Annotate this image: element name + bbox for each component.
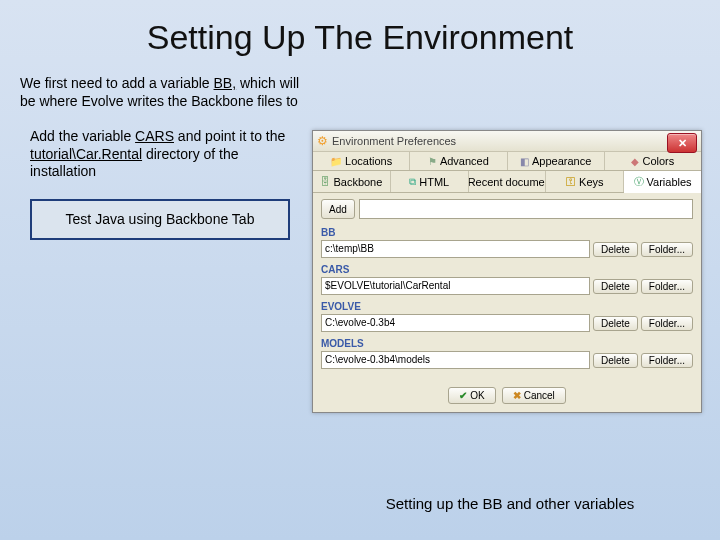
html-icon: ⧉ <box>409 176 416 188</box>
slide-title: Setting Up The Environment <box>0 18 720 57</box>
tab-keys[interactable]: ⚿Keys <box>546 171 624 192</box>
variable-value[interactable]: $EVOLVE\tutorial\CarRental <box>321 277 590 295</box>
tab-locations[interactable]: 📁Locations <box>313 152 410 170</box>
add-button[interactable]: Add <box>321 199 355 219</box>
dialog-title: Environment Preferences <box>332 135 456 147</box>
variable-row-models: MODELS C:\evolve-0.3b4\models Delete Fol… <box>321 338 693 369</box>
delete-button[interactable]: Delete <box>593 353 638 368</box>
paragraph-2: Add the variable CARS and point it to th… <box>20 128 300 181</box>
backbone-icon: 🗄 <box>320 176 330 187</box>
dialog-footer: ✔OK ✖Cancel <box>313 381 701 412</box>
folder-icon: 📁 <box>330 156 342 167</box>
cancel-button[interactable]: ✖Cancel <box>502 387 566 404</box>
gear-icon: ⚙ <box>317 134 328 148</box>
delete-button[interactable]: Delete <box>593 279 638 294</box>
variable-value[interactable]: c:\temp\BB <box>321 240 590 258</box>
ok-button[interactable]: ✔OK <box>448 387 495 404</box>
variable-row-bb: BB c:\temp\BB Delete Folder... <box>321 227 693 258</box>
tab-row-top: 📁Locations ⚑Advanced ◧Appearance ◆Colors <box>313 152 701 171</box>
variable-name: EVOLVE <box>321 301 693 312</box>
paragraph-1: We first need to add a variable BB, whic… <box>20 75 300 110</box>
folder-button[interactable]: Folder... <box>641 279 693 294</box>
colors-icon: ◆ <box>631 156 639 167</box>
window-close-button[interactable]: ✕ <box>667 133 697 153</box>
folder-button[interactable]: Folder... <box>641 353 693 368</box>
variable-value[interactable]: C:\evolve-0.3b4\models <box>321 351 590 369</box>
variables-icon: Ⓥ <box>634 175 644 189</box>
tab-html[interactable]: ⧉HTML <box>391 171 469 192</box>
tab-row-bottom: 🗄Backbone ⧉HTML 🗎Recent documents ⚿Keys … <box>313 171 701 193</box>
delete-button[interactable]: Delete <box>593 316 638 331</box>
dialog-body: Add BB c:\temp\BB Delete Folder... CARS … <box>313 193 701 381</box>
tab-variables[interactable]: ⓋVariables <box>624 171 701 193</box>
close-icon: ✕ <box>678 137 687 150</box>
tab-appearance[interactable]: ◧Appearance <box>508 152 605 170</box>
variable-name: CARS <box>321 264 693 275</box>
folder-button[interactable]: Folder... <box>641 316 693 331</box>
figure-caption: Setting up the BB and other variables <box>320 495 700 512</box>
key-icon: ⚿ <box>566 176 576 187</box>
tab-recent-documents[interactable]: 🗎Recent documents <box>469 171 547 192</box>
environment-preferences-dialog: ⚙ Environment Preferences ✕ 📁Locations ⚑… <box>312 130 702 413</box>
dialog-titlebar: ⚙ Environment Preferences ✕ <box>313 131 701 152</box>
folder-button[interactable]: Folder... <box>641 242 693 257</box>
check-icon: ✔ <box>459 390 467 401</box>
advanced-icon: ⚑ <box>428 156 437 167</box>
tab-colors[interactable]: ◆Colors <box>605 152 701 170</box>
variable-name: MODELS <box>321 338 693 349</box>
variable-name: BB <box>321 227 693 238</box>
tab-backbone[interactable]: 🗄Backbone <box>313 171 391 192</box>
cancel-icon: ✖ <box>513 390 521 401</box>
delete-button[interactable]: Delete <box>593 242 638 257</box>
new-variable-input[interactable] <box>359 199 693 219</box>
variable-row-cars: CARS $EVOLVE\tutorial\CarRental Delete F… <box>321 264 693 295</box>
appearance-icon: ◧ <box>520 156 529 167</box>
variable-row-evolve: EVOLVE C:\evolve-0.3b4 Delete Folder... <box>321 301 693 332</box>
variable-value[interactable]: C:\evolve-0.3b4 <box>321 314 590 332</box>
callout-box: Test Java using Backbone Tab <box>30 199 290 241</box>
tab-advanced[interactable]: ⚑Advanced <box>410 152 507 170</box>
